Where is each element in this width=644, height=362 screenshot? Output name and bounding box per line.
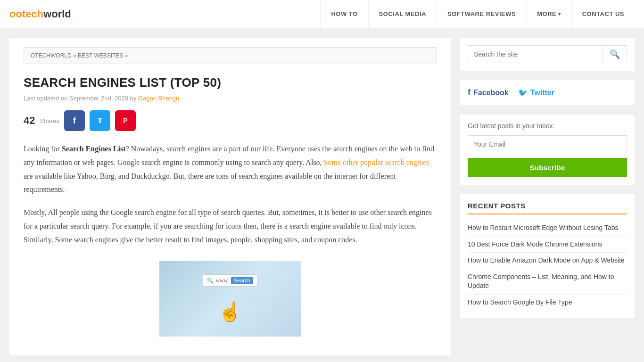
nav-social-media[interactable]: SOCIAL MEDIA (368, 0, 437, 28)
search-widget: 🔍 (460, 38, 635, 71)
breadcrumb-sep1: » (73, 52, 78, 59)
twitter-share-button[interactable]: 𝕋 (90, 110, 110, 131)
facebook-icon: f (468, 88, 471, 98)
breadcrumb-site[interactable]: OTECHWORLD (31, 52, 72, 59)
logo-otech: ootech (9, 8, 43, 20)
recent-posts-title: RECENT POSTS (468, 202, 627, 214)
facebook-share-button[interactable]: f (64, 110, 85, 131)
p1-text-end: are available like Yahoo, Bing, and Duck… (24, 172, 396, 194)
facebook-label: Facebook (473, 89, 509, 97)
newsletter-widget: Get latest posts in your inbox. Subscrib… (460, 115, 635, 185)
article-meta: Last updated on September 2nd, 2020 by G… (24, 95, 437, 102)
recent-post-item[interactable]: 10 Best Force Dark Mode Chrome Extension… (468, 237, 627, 253)
search-button[interactable]: 🔍 (603, 46, 627, 63)
recent-post-item[interactable]: Chrome Components – List, Meaning, and H… (468, 269, 627, 295)
chevron-down-icon: ▾ (558, 11, 561, 16)
share-bar: 42 Shares f 𝕋 P (24, 110, 437, 131)
recent-post-item[interactable]: How to Search Google By File Type (468, 295, 627, 311)
twitter-icon: 🐦 (518, 88, 528, 97)
search-bar-mock: 🔍 www. Search (203, 274, 257, 287)
article-author[interactable]: Gagan Bhangu (138, 95, 179, 102)
breadcrumb-section[interactable]: BEST WEBSITES (78, 52, 123, 59)
nav-software-reviews[interactable]: SOFTWARE REVIEWS (437, 0, 526, 28)
twitter-label: Twitter (530, 89, 554, 97)
nav-more[interactable]: MORE ▾ (526, 0, 571, 28)
p1-text-before: Looking for (24, 145, 62, 153)
logo-dot: . (71, 10, 73, 18)
recent-post-item[interactable]: How to Enable Amazon Dark Mode on App & … (468, 253, 627, 269)
article-image: 🔍 www. Search ☝ (159, 261, 301, 337)
social-follow-widget: f Facebook 🐦 Twitter (460, 80, 635, 105)
nav-contact-us[interactable]: CONTACT US (571, 0, 635, 28)
twitter-follow-link[interactable]: 🐦 Twitter (518, 88, 554, 98)
site-header: ootech world. HOW TO SOCIAL MEDIA SOFTWA… (0, 0, 644, 28)
main-wrapper: OTECHWORLD » BEST WEBSITES » SEARCH ENGI… (0, 28, 644, 362)
mock-search-btn: Search (231, 277, 253, 284)
article-paragraph-1: Looking for Search Engines List? Nowaday… (24, 142, 437, 197)
article-image-inner: 🔍 www. Search ☝ (159, 261, 301, 337)
nav-more-label: MORE (537, 10, 556, 17)
share-label: Shares (40, 117, 59, 124)
hand-icon: ☝ (203, 301, 257, 323)
search-input-wrap: 🔍 (468, 45, 627, 63)
recent-posts-list: How to Restart Microsoft Edge Without Lo… (468, 220, 627, 311)
logo-world: world (43, 8, 71, 20)
search-input[interactable] (468, 46, 603, 63)
search-engines-list-link[interactable]: Search Engines List (62, 145, 126, 153)
article-body: Looking for Search Engines List? Nowaday… (24, 142, 437, 247)
site-logo[interactable]: ootech world. (9, 8, 73, 20)
breadcrumb: OTECHWORLD » BEST WEBSITES » (24, 47, 437, 64)
article-title: SEARCH ENGINES LIST (TOP 50) (24, 75, 437, 90)
sidebar: 🔍 f Facebook 🐦 Twitter Get latest posts … (460, 38, 635, 355)
search-illustration: 🔍 www. Search ☝ (203, 274, 257, 323)
main-nav: HOW TO SOCIAL MEDIA SOFTWARE REVIEWS MOR… (320, 0, 635, 28)
subscribe-button[interactable]: Subscribe (468, 158, 627, 177)
pinterest-share-button[interactable]: P (115, 110, 136, 131)
recent-posts-widget: RECENT POSTS How to Restart Microsoft Ed… (460, 194, 635, 318)
newsletter-label: Get latest posts in your inbox. (468, 122, 627, 130)
breadcrumb-sep2: » (125, 52, 128, 59)
main-content: OTECHWORLD » BEST WEBSITES » SEARCH ENGI… (9, 38, 451, 355)
popular-search-engines-link[interactable]: Some other popular search engines (324, 158, 429, 166)
article-meta-text: Last updated on September 2nd, 2020 by (24, 95, 138, 102)
nav-how-to[interactable]: HOW TO (320, 0, 368, 28)
article-paragraph-2: Mostly, All people using the Google sear… (24, 206, 437, 247)
facebook-follow-link[interactable]: f Facebook (468, 88, 509, 98)
email-input[interactable] (468, 135, 627, 153)
recent-post-item[interactable]: How to Restart Microsoft Edge Without Lo… (468, 220, 627, 237)
share-count: 42 (24, 115, 35, 127)
mock-url-text: www. (215, 277, 229, 284)
article-image-container: 🔍 www. Search ☝ (24, 256, 437, 341)
